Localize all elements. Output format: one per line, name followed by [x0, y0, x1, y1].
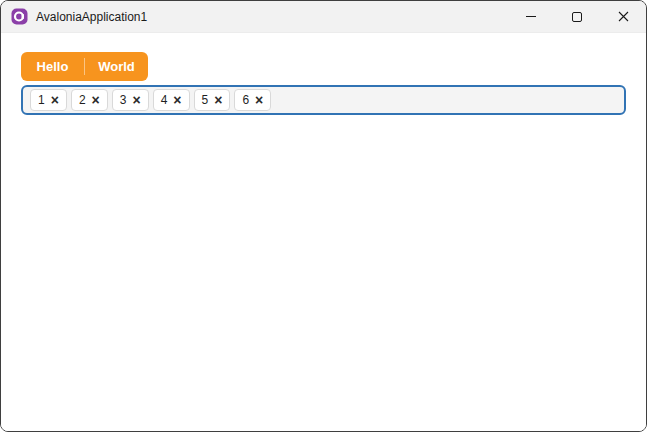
chip-remove-icon[interactable]: ×: [51, 93, 59, 107]
chip-label: 3: [120, 94, 127, 106]
chip-label: 1: [38, 94, 45, 106]
minimize-icon: [526, 16, 536, 17]
chip-remove-icon[interactable]: ×: [214, 93, 222, 107]
chip-3[interactable]: 3 ×: [112, 89, 149, 111]
chip-list-box[interactable]: 1 × 2 × 3 × 4 × 5 × 6 ×: [21, 85, 626, 115]
window-title: AvaloniaApplication1: [36, 10, 147, 24]
chip-label: 2: [79, 94, 86, 106]
maximize-button[interactable]: [554, 1, 600, 33]
app-window: AvaloniaApplication1 Hello World 1 ×: [0, 0, 647, 432]
avalonia-logo-icon: [11, 8, 28, 25]
chip-2[interactable]: 2 ×: [71, 89, 108, 111]
titlebar[interactable]: AvaloniaApplication1: [1, 1, 646, 33]
chip-label: 6: [242, 94, 249, 106]
chip-remove-icon[interactable]: ×: [92, 93, 100, 107]
chip-remove-icon[interactable]: ×: [132, 93, 140, 107]
maximize-icon: [572, 12, 582, 22]
chip-label: 4: [161, 94, 168, 106]
tab-hello[interactable]: Hello: [21, 52, 84, 81]
chip-5[interactable]: 5 ×: [194, 89, 231, 111]
close-icon: [618, 11, 629, 22]
chip-4[interactable]: 4 ×: [153, 89, 190, 111]
chip-remove-icon[interactable]: ×: [255, 93, 263, 107]
close-button[interactable]: [600, 1, 646, 33]
chip-6[interactable]: 6 ×: [234, 89, 271, 111]
minimize-button[interactable]: [508, 1, 554, 33]
window-content: Hello World 1 × 2 × 3 × 4 × 5: [1, 33, 646, 432]
chip-1[interactable]: 1 ×: [30, 89, 67, 111]
tab-world[interactable]: World: [85, 52, 148, 81]
chip-remove-icon[interactable]: ×: [173, 93, 181, 107]
chip-label: 5: [202, 94, 209, 106]
tab-strip: Hello World: [21, 52, 148, 81]
